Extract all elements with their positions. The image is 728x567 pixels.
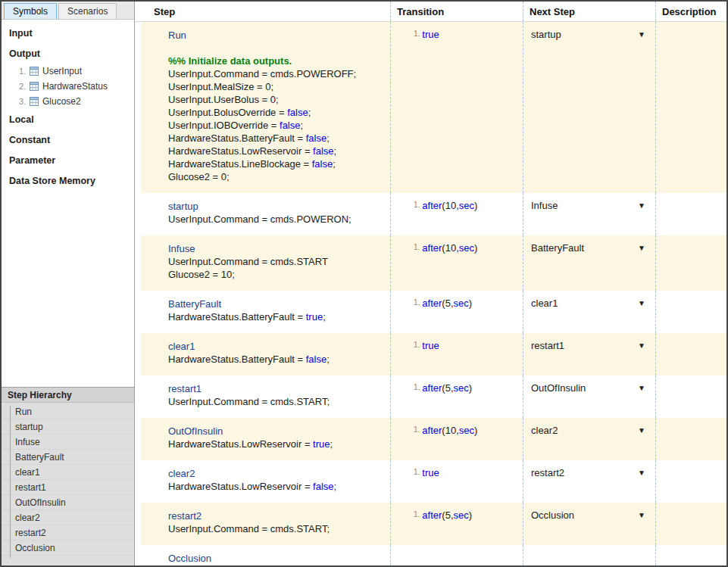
- symbol-section: Constant: [2, 129, 134, 150]
- transition-cell[interactable]: 1.after(10,sec): [390, 235, 523, 291]
- step-name[interactable]: restart2: [168, 509, 384, 522]
- hierarchy-item[interactable]: Infuse: [2, 435, 134, 450]
- step-cell[interactable]: OcclusionHardwareStatus.LineBlockage = t…: [141, 545, 390, 565]
- step-cell[interactable]: restart2UserInput.Command = cmds.START;: [141, 503, 390, 545]
- step-cell[interactable]: restart1UserInput.Command = cmds.START;: [141, 375, 390, 418]
- transition-expression[interactable]: true: [422, 340, 439, 351]
- next-step-value: clear2: [531, 425, 558, 436]
- transition-expression[interactable]: after(10,sec): [422, 242, 477, 254]
- step-cell[interactable]: BatteryFaultHardwareStatus.BatteryFault …: [141, 291, 390, 333]
- transition-cell[interactable]: 1.true: [390, 22, 523, 193]
- transition-ordinal: 1.: [414, 510, 420, 519]
- step-cell[interactable]: InfuseUserInput.Command = cmds.STARTGluc…: [141, 235, 390, 291]
- sidebar-tabbar: Symbols Scenarios: [2, 2, 134, 20]
- chevron-down-icon[interactable]: ▼: [638, 29, 645, 39]
- description-cell[interactable]: [655, 460, 726, 503]
- next-step-cell[interactable]: restart1▼: [523, 333, 655, 375]
- step-cell[interactable]: clear1HardwareStatus.BatteryFault = fals…: [141, 333, 390, 375]
- step-cell[interactable]: clear2HardwareStatus.LowReservoir = fals…: [141, 460, 390, 503]
- symbol-section-label: Parameter: [2, 150, 134, 170]
- step-name[interactable]: restart1: [168, 382, 384, 395]
- transition-expression[interactable]: after(5,sec): [422, 509, 472, 521]
- transition-cell[interactable]: [390, 545, 523, 565]
- step-cell[interactable]: startupUserInput.Command = cmds.POWERON;: [141, 193, 390, 235]
- description-cell[interactable]: [655, 375, 726, 418]
- step-row: OutOfInsulinHardwareStatus.LowReservoir …: [141, 418, 726, 460]
- code-line: HardwareStatus.LowReservoir = true;: [168, 438, 384, 450]
- hierarchy-item[interactable]: BatteryFault: [2, 450, 134, 465]
- description-cell[interactable]: [655, 235, 726, 291]
- tab-symbols[interactable]: Symbols: [4, 3, 57, 19]
- transition-cell[interactable]: 1.true: [390, 333, 523, 375]
- hierarchy-item[interactable]: startup: [2, 419, 134, 435]
- step-name[interactable]: Infuse: [168, 242, 384, 255]
- step-cell[interactable]: Run %% Initialize data outputs.UserInput…: [141, 22, 390, 193]
- next-step-cell[interactable]: startup▼: [523, 22, 655, 193]
- description-cell[interactable]: [655, 22, 726, 193]
- transition-cell[interactable]: 1.after(10,sec): [390, 418, 523, 460]
- chevron-down-icon[interactable]: ▼: [638, 298, 645, 307]
- step-name[interactable]: startup: [168, 200, 384, 213]
- hierarchy-item[interactable]: OutOfInsulin: [2, 495, 134, 510]
- description-cell[interactable]: [655, 545, 726, 565]
- next-step-cell[interactable]: OutOfInsulin▼: [523, 375, 655, 418]
- chevron-down-icon[interactable]: ▼: [638, 382, 645, 392]
- code-line: UserInput.BolusOverride = false;: [168, 106, 384, 119]
- chevron-down-icon[interactable]: ▼: [638, 200, 645, 210]
- symbol-item[interactable]: 3.Glucose2: [2, 94, 134, 109]
- step-name[interactable]: clear1: [168, 340, 384, 353]
- chevron-down-icon[interactable]: ▼: [638, 425, 645, 435]
- step-name[interactable]: Run: [168, 29, 384, 42]
- transition-cell[interactable]: 1.after(10,sec): [390, 193, 523, 235]
- symbol-item-ordinal: 3.: [17, 97, 26, 106]
- symbol-item[interactable]: 2.HardwareStatus: [2, 79, 134, 94]
- hierarchy-item[interactable]: restart1: [2, 480, 134, 495]
- hierarchy-item[interactable]: Run: [2, 404, 134, 419]
- transition-expression[interactable]: true: [422, 29, 439, 40]
- transition-cell[interactable]: 1.after(5,sec): [390, 503, 523, 545]
- description-cell[interactable]: [655, 418, 726, 460]
- transition-expression[interactable]: after(5,sec): [422, 382, 472, 394]
- next-step-cell[interactable]: restart2▼: [523, 460, 655, 503]
- next-step-cell[interactable]: BatteryFault▼: [523, 235, 655, 291]
- tab-scenarios[interactable]: Scenarios: [58, 3, 117, 19]
- description-cell[interactable]: [655, 193, 726, 235]
- hierarchy-item[interactable]: clear2: [2, 510, 134, 525]
- chevron-down-icon[interactable]: ▼: [638, 242, 645, 252]
- description-cell[interactable]: [655, 503, 726, 545]
- next-step-value: startup: [531, 29, 561, 40]
- transition-cell[interactable]: 1.true: [390, 460, 523, 503]
- transition-expression[interactable]: true: [422, 467, 439, 478]
- transition-cell[interactable]: 1.after(5,sec): [390, 375, 523, 418]
- step-name[interactable]: Occlusion: [168, 552, 384, 565]
- chevron-down-icon[interactable]: ▼: [638, 340, 645, 350]
- transition-expression[interactable]: after(10,sec): [422, 200, 477, 211]
- hierarchy-item[interactable]: restart2: [2, 525, 134, 541]
- symbol-item-label: UserInput: [42, 66, 82, 76]
- next-step-cell[interactable]: [523, 545, 655, 565]
- symbol-item[interactable]: 1.UserInput: [2, 64, 134, 79]
- step-row: restart2UserInput.Command = cmds.START;1…: [141, 503, 726, 545]
- next-step-cell[interactable]: Occlusion▼: [523, 503, 655, 545]
- transition-expression[interactable]: after(10,sec): [422, 425, 477, 436]
- chevron-down-icon[interactable]: ▼: [638, 467, 645, 477]
- step-row: BatteryFaultHardwareStatus.BatteryFault …: [141, 291, 726, 333]
- hierarchy-item[interactable]: clear1: [2, 465, 134, 480]
- step-table: Step Transition Next Step Description Ru…: [135, 2, 726, 565]
- transition-expression[interactable]: after(5,sec): [422, 298, 472, 309]
- symbol-section-label: Data Store Memory: [2, 170, 134, 191]
- hierarchy-item[interactable]: Occlusion: [2, 541, 134, 556]
- step-name[interactable]: BatteryFault: [168, 298, 384, 310]
- step-name[interactable]: clear2: [168, 467, 384, 480]
- next-step-cell[interactable]: clear2▼: [523, 418, 655, 460]
- next-step-cell[interactable]: Infuse▼: [523, 193, 655, 235]
- step-cell[interactable]: OutOfInsulinHardwareStatus.LowReservoir …: [141, 418, 390, 460]
- description-cell[interactable]: [655, 333, 726, 375]
- column-header-description: Description: [655, 2, 726, 21]
- step-name[interactable]: OutOfInsulin: [168, 425, 384, 438]
- chevron-down-icon[interactable]: ▼: [638, 509, 645, 519]
- next-step-value: Infuse: [531, 200, 558, 211]
- next-step-cell[interactable]: clear1▼: [523, 291, 655, 333]
- description-cell[interactable]: [655, 291, 726, 333]
- transition-cell[interactable]: 1.after(5,sec): [390, 291, 523, 333]
